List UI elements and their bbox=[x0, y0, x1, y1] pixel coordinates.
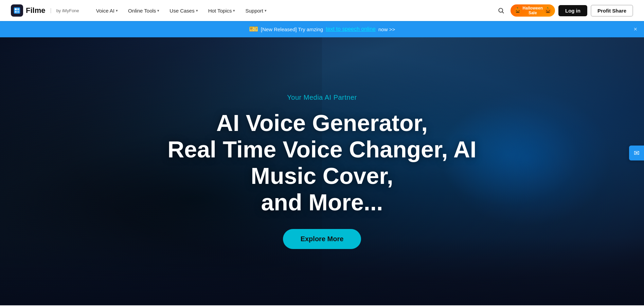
announcement-banner: 🎫 [New Released] Try amzing text to spee… bbox=[0, 21, 644, 37]
chevron-down-icon: ▾ bbox=[265, 8, 267, 13]
nav-item-online-tools[interactable]: Online Tools ▾ bbox=[123, 5, 164, 16]
nav-right: 🎃 Halloween Sale 🎃 Log in Profit Share bbox=[495, 4, 633, 17]
search-button[interactable] bbox=[495, 4, 507, 17]
banner-ticket-icon: 🎫 bbox=[249, 25, 258, 34]
hero-section: Your Media AI Partner AI Voice Generator… bbox=[0, 37, 644, 305]
login-button[interactable]: Log in bbox=[558, 5, 587, 16]
nav-item-support[interactable]: Support ▾ bbox=[240, 5, 271, 16]
chevron-down-icon: ▾ bbox=[116, 8, 118, 13]
banner-text-after: now >> bbox=[378, 26, 395, 32]
nav-links: Voice AI ▾ Online Tools ▾ Use Cases ▾ Ho… bbox=[91, 5, 495, 16]
halloween-badge-text: Halloween Sale bbox=[523, 6, 543, 16]
logo-separator: | bbox=[50, 7, 51, 14]
hero-title-line2: Real Time Voice Changer, AI Music Cover, bbox=[167, 136, 477, 189]
nav-item-hot-topics[interactable]: Hot Topics ▾ bbox=[203, 5, 240, 16]
halloween-sale-badge[interactable]: 🎃 Halloween Sale 🎃 bbox=[511, 4, 555, 17]
svg-line-6 bbox=[502, 12, 503, 13]
hero-title: AI Voice Generator, Real Time Voice Chan… bbox=[149, 110, 495, 216]
svg-rect-3 bbox=[15, 11, 17, 13]
pumpkin-right-icon: 🎃 bbox=[544, 7, 552, 14]
svg-rect-0 bbox=[14, 7, 20, 14]
hero-title-line3: and More... bbox=[261, 189, 383, 215]
svg-rect-2 bbox=[17, 8, 19, 10]
explore-more-button[interactable]: Explore More bbox=[283, 229, 361, 249]
nav-item-use-cases[interactable]: Use Cases ▾ bbox=[165, 5, 202, 16]
navbar: Filme | by iMyFone Voice AI ▾ Online Too… bbox=[0, 0, 644, 21]
nav-item-voice-ai[interactable]: Voice AI ▾ bbox=[91, 5, 123, 16]
hero-tagline: Your Media AI Partner bbox=[149, 94, 495, 101]
pumpkin-left-icon: 🎃 bbox=[514, 7, 521, 14]
logo[interactable]: Filme | by iMyFone bbox=[11, 4, 79, 17]
logo-sub: by iMyFone bbox=[56, 8, 79, 13]
email-icon: ✉ bbox=[634, 149, 640, 157]
chevron-down-icon: ▾ bbox=[196, 8, 198, 13]
logo-brand: Filme bbox=[26, 6, 45, 15]
svg-rect-1 bbox=[15, 8, 17, 10]
banner-link[interactable]: text to speech online bbox=[326, 26, 376, 32]
float-email-button[interactable]: ✉ bbox=[629, 146, 644, 160]
logo-icon bbox=[11, 4, 23, 17]
banner-close-button[interactable]: × bbox=[633, 26, 637, 33]
profit-share-button[interactable]: Profit Share bbox=[591, 5, 633, 17]
chevron-down-icon: ▾ bbox=[233, 8, 235, 13]
hero-content: Your Media AI Partner AI Voice Generator… bbox=[135, 94, 509, 249]
banner-text-before: [New Released] Try amzing bbox=[261, 26, 323, 32]
svg-rect-4 bbox=[17, 11, 19, 13]
hero-title-line1: AI Voice Generator, bbox=[216, 110, 428, 136]
chevron-down-icon: ▾ bbox=[157, 8, 159, 13]
